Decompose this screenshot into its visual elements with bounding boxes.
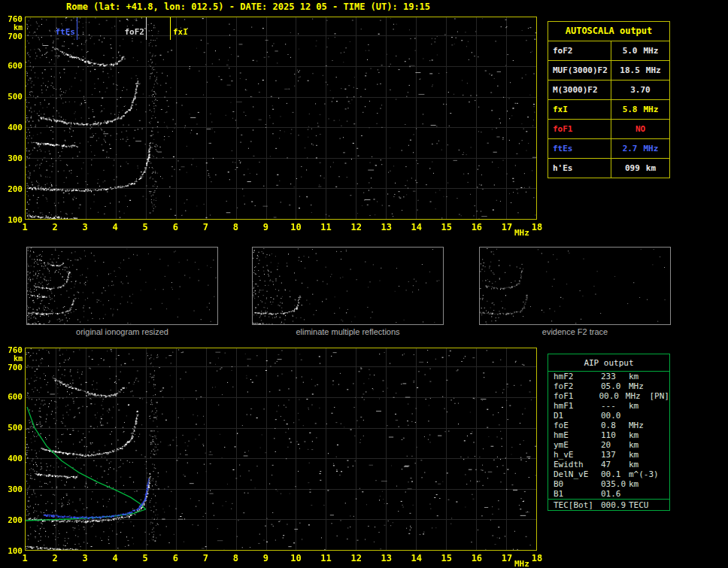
aip-row-extra: [654, 401, 669, 411]
y-axis-label: 760: [2, 14, 23, 24]
aip-row-extra: [654, 450, 669, 460]
x-axis-unit: MHz: [514, 559, 529, 568]
x-axis-label: 15: [439, 222, 454, 232]
autoscala-row-value: 2.7MHz: [611, 139, 669, 158]
x-axis-label: 14: [409, 553, 424, 563]
autoscala-row-label: foF1: [548, 120, 611, 138]
x-axis-label: 11: [319, 222, 334, 232]
y-axis-label: 100: [2, 215, 23, 225]
aip-row: B101.6: [548, 489, 669, 499]
value-text: 2.7: [623, 139, 638, 158]
autoscala-row: MUF(3000)F218.5MHz: [548, 60, 669, 80]
autoscala-table-title: AUTOSCALA output: [548, 22, 669, 41]
y-axis-label: 300: [2, 153, 23, 163]
aip-row-unit: MHz: [626, 391, 650, 401]
y-axis-label: 500: [2, 92, 23, 102]
x-axis-label: 4: [108, 222, 123, 232]
y-axis-label: 500: [2, 423, 23, 433]
y-axis-label: 100: [2, 546, 23, 556]
aip-row-extra: [PN]: [650, 391, 670, 401]
y-axis-unit: km: [2, 23, 23, 32]
aip-row-label: hmF2: [548, 372, 601, 381]
thumbnail-original-canvas: [27, 248, 217, 324]
aip-row: foF100.0MHz[PN]: [548, 391, 669, 401]
autoscala-row: M(3000)F23.70: [548, 80, 669, 99]
aip-row-unit: km: [629, 479, 654, 489]
aip-row-unit: TECU: [629, 513, 654, 523]
aip-row-extra: [654, 513, 669, 523]
tec-bot-row: TEC[Bot]000.9TECU: [548, 499, 669, 510]
aip-table-rows: hmF2233kmfoF205.0MHzfoF100.0MHz[PN]hmF1-…: [548, 372, 669, 499]
x-axis-label: 12: [349, 222, 364, 232]
x-axis-label: 2: [47, 222, 62, 232]
aip-row-unit: MHz: [629, 421, 654, 430]
x-axis-label: 3: [77, 553, 93, 563]
aip-row: DelN_vE00.1m^(-3): [548, 469, 669, 479]
aip-row-label: D1: [548, 411, 601, 421]
aip-row-label: B1: [548, 489, 601, 499]
aip-row-value: 05.0: [601, 381, 629, 391]
aip-row: Ewidth47km: [548, 460, 669, 469]
y-axis-label: 200: [2, 184, 23, 194]
x-axis-label: 8: [228, 222, 243, 232]
x-axis-label: 5: [138, 222, 153, 232]
x-axis-label: 1: [17, 553, 32, 563]
aip-row-label: foF2: [548, 381, 601, 391]
aip-row-value: 00.0: [599, 391, 625, 401]
x-axis-label: 18: [529, 222, 544, 232]
y-axis-label: 400: [2, 123, 23, 132]
x-axis-label: 13: [379, 222, 394, 232]
aip-row-label: ymE: [548, 440, 601, 450]
autoscala-output-table: AUTOSCALA output foF25.0MHzMUF(3000)F218…: [548, 21, 670, 178]
unit-text: MHz: [646, 61, 661, 80]
aip-row: hmE110km: [548, 430, 669, 440]
value-text: 5.8: [623, 100, 638, 119]
value-text: 18.5: [620, 61, 640, 80]
aip-table-title: AIP output: [548, 354, 669, 372]
tec-top-row-content: TEC[Top]002.9TECU: [548, 513, 669, 523]
aip-row-label: TEC[Bot]: [548, 500, 601, 510]
aip-row-unit: km: [629, 430, 654, 440]
x-axis-label: 6: [168, 553, 183, 563]
x-axis-label: 10: [289, 553, 304, 563]
x-axis-label: 13: [379, 553, 394, 563]
autoscala-row-value: 5.0MHz: [611, 41, 669, 60]
x-axis-label: 18: [529, 553, 544, 563]
ionogram-bottom-plot: [25, 348, 537, 551]
ionogram-top-plot: ftEs foF2 fxI: [25, 17, 537, 220]
autoscala-row-label: foF2: [548, 41, 611, 60]
aip-row-extra: [654, 381, 669, 391]
x-axis-label: 6: [168, 222, 183, 232]
aip-row-extra: [654, 489, 669, 499]
x-axis-label: 16: [469, 553, 484, 563]
aip-row-extra: [654, 460, 669, 469]
y-axis-label: 200: [2, 515, 23, 525]
aip-row-label: hmE: [548, 430, 601, 440]
autoscala-row: h'Es099km: [548, 158, 669, 178]
x-axis-label: 3: [77, 222, 93, 232]
aip-row-unit: [629, 411, 654, 421]
autoscala-row: ftEs2.7MHz: [548, 138, 669, 158]
aip-row-extra: [654, 500, 669, 510]
autoscala-row: foF25.0MHz: [548, 41, 669, 60]
aip-tec-top-row: TEC[Top]002.9TECU: [548, 513, 669, 523]
aip-row-label: B0: [548, 479, 601, 489]
unit-text: MHz: [644, 100, 659, 119]
aip-row-label: Ewidth: [548, 460, 601, 469]
aip-row-label: foE: [548, 421, 601, 430]
aip-row-extra: [654, 469, 669, 479]
aip-row: hmF1---km: [548, 401, 669, 411]
autoscala-row-value: NO: [611, 120, 669, 138]
ionogram-bottom-canvas: [26, 348, 536, 550]
x-axis-label: 14: [409, 222, 424, 232]
aip-row-extra: [654, 411, 669, 421]
thumbnail-original-ionogram: [26, 247, 218, 325]
thumbnail-caption-multiples: eliminate multiple reflections: [252, 327, 444, 336]
aip-row-unit: km: [629, 372, 654, 381]
autoscala-row-label: ftEs: [548, 139, 611, 158]
aip-row-value: 00.1: [601, 469, 629, 479]
thumbnail-eliminate-multiples: [252, 247, 444, 325]
thumbnail-caption-original: original ionogram resized: [26, 327, 218, 336]
autoscala-row-value: 099km: [611, 159, 669, 178]
x-axis-label: 10: [289, 222, 304, 232]
